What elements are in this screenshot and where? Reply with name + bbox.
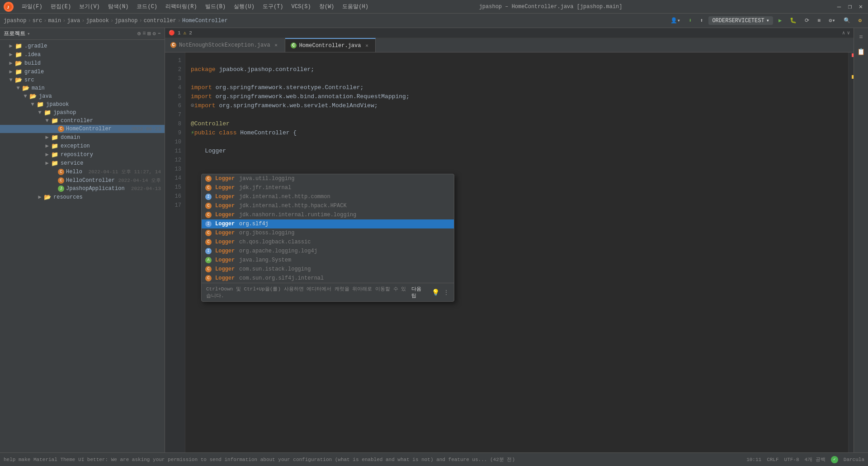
- tree-item-repository[interactable]: ▶ 📁 repository: [0, 150, 165, 159]
- lightbulb-icon[interactable]: 💡: [432, 289, 439, 296]
- breadcrumb-main[interactable]: main: [48, 18, 61, 24]
- menu-view[interactable]: 보기(V): [75, 2, 104, 11]
- tree-item-domain[interactable]: ▶ 📁 domain: [0, 133, 165, 142]
- ac-footer-action[interactable]: 다음 팁: [411, 285, 428, 299]
- search-everywhere-button[interactable]: 🔍: [841, 16, 853, 25]
- ac-item-11[interactable]: C Logger com.sun.org.slf4j.internal: [202, 274, 454, 283]
- folder-icon-gradle: 📁: [14, 43, 23, 49]
- tree-item-hello[interactable]: C Hello 2022-04-11 오후 11:27, 14: [0, 167, 165, 176]
- git-push-button[interactable]: ⬆: [697, 16, 706, 25]
- breadcrumb-jpabook[interactable]: jpabook: [86, 18, 108, 24]
- ac-item-5[interactable]: I Logger org.slf4j: [202, 219, 454, 228]
- tree-item-jpashopapplication[interactable]: J JpashopApplication 2022-04-13: [0, 185, 165, 193]
- run-button[interactable]: ▶: [776, 16, 784, 25]
- run-config-selector[interactable]: ORDERSERVICETEST ▾: [708, 16, 773, 25]
- ac-item-4[interactable]: C Logger jdk.nashorn.internal.runtime.lo…: [202, 210, 454, 219]
- statusbar-charset[interactable]: UTF-8: [784, 457, 799, 462]
- sidebar-collapse-icon[interactable]: ≡: [142, 30, 146, 37]
- statusbar-crlf[interactable]: CRLF: [767, 457, 778, 462]
- breadcrumb-controller[interactable]: controller: [144, 18, 176, 24]
- ac-item-8[interactable]: I Logger org.apache.logging.log4j: [202, 247, 454, 256]
- sidebar-settings-icon[interactable]: ⚙: [153, 30, 156, 37]
- statusbar-message[interactable]: help make Material Theme UI better: We a…: [4, 456, 739, 463]
- breadcrumb-jpashop[interactable]: jpashop: [4, 18, 26, 24]
- stop-button[interactable]: ■: [815, 17, 823, 25]
- menu-code[interactable]: 코드(C): [133, 2, 161, 11]
- tree-item-main[interactable]: ▼ 📂 main: [0, 84, 165, 92]
- close-button[interactable]: ✕: [857, 3, 864, 10]
- tab-icon-homecontroller: C: [291, 43, 297, 48]
- ac-item-10[interactable]: C Logger com.sun.istack.logging: [202, 265, 454, 274]
- tree-item-hellocontroller[interactable]: C HelloController 2022-04-14 오후: [0, 176, 165, 185]
- breadcrumb-java[interactable]: java: [67, 18, 80, 24]
- run-with-coverage-button[interactable]: ⟳: [802, 16, 812, 25]
- tree-item-java[interactable]: ▼ 📂 java: [0, 92, 165, 100]
- ac-item-2[interactable]: I Logger jdk.internal.net.http.common: [202, 192, 454, 201]
- tab-close-homecontroller[interactable]: ✕: [363, 43, 370, 49]
- sidebar-tree: ▶ 📁 .gradle ▶ 📁 .idea ▶ 📂 build ▶: [0, 40, 165, 452]
- tree-item-jpabook[interactable]: ▼ 📁 jpabook: [0, 100, 165, 109]
- sidebar-hide-icon[interactable]: –: [158, 30, 161, 37]
- ac-item-1[interactable]: C Logger jdk.jfr.internal: [202, 183, 454, 192]
- file-badge-jpashopapplication: J: [58, 185, 64, 192]
- tree-item-build[interactable]: ▶ 📂 build: [0, 59, 165, 67]
- sidebar-scope-icon[interactable]: ⊙: [137, 30, 141, 37]
- ac-item-9[interactable]: A Logger java.lang.System: [202, 256, 454, 265]
- ac-item-0[interactable]: C Logger java.util.logging: [202, 174, 454, 183]
- user-icon[interactable]: 👤▾: [668, 16, 683, 25]
- menu-edit[interactable]: 편집(E): [47, 2, 75, 11]
- tree-item-homecontroller[interactable]: C HomeController 2022-06-23: [0, 125, 165, 133]
- tab-notenoughstockexception[interactable]: C NotEnoughStockException.java ✕: [165, 38, 285, 52]
- folder-icon-gradle2: 📁: [14, 69, 23, 75]
- menu-run[interactable]: 실행(U): [230, 2, 258, 11]
- tree-arrow-repository: ▶: [43, 151, 51, 158]
- ac-badge-2: I: [205, 194, 212, 200]
- tree-item-gradle[interactable]: ▶ 📁 .gradle: [0, 42, 165, 50]
- settings-button[interactable]: ⚙: [856, 16, 864, 25]
- tree-item-gradle2[interactable]: ▶ 📁 gradle: [0, 67, 165, 76]
- ac-item-3[interactable]: C Logger jdk.internal.net.http.hpack.HPA…: [202, 201, 454, 210]
- tab-close-exception[interactable]: ✕: [273, 42, 279, 48]
- tree-item-src[interactable]: ▼ 📂 src: [0, 76, 165, 84]
- menu-file[interactable]: 파일(F): [18, 2, 46, 11]
- menu-tools[interactable]: 도구(T): [259, 2, 287, 11]
- folder-icon-controller: 📁: [51, 118, 59, 124]
- minimize-button[interactable]: —: [835, 3, 843, 10]
- statusbar-indent[interactable]: 4개 공백: [805, 456, 826, 463]
- tree-item-controller[interactable]: ▼ 📁 controller: [0, 117, 165, 125]
- autocomplete-dropdown[interactable]: C Logger java.util.logging C Logger jdk.…: [201, 174, 454, 302]
- build-dropdown-button[interactable]: ⚙▾: [826, 16, 838, 25]
- ac-item-7[interactable]: C Logger ch.qos.logback.classic: [202, 238, 454, 247]
- tree-item-exception[interactable]: ▶ 📁 exception: [0, 142, 165, 150]
- menu-window[interactable]: 창(W): [316, 2, 338, 11]
- ac-item-6[interactable]: C Logger org.jboss.logging: [202, 228, 454, 238]
- ac-badge-0: C: [205, 176, 212, 182]
- tree-item-resources[interactable]: ▶ 📂 resources: [0, 193, 165, 201]
- debug-button[interactable]: 🐛: [787, 16, 799, 25]
- right-panel-btn-2[interactable]: 📋: [856, 46, 867, 57]
- menu-vcs[interactable]: VCS(S): [288, 3, 314, 11]
- breadcrumb-jpashop2[interactable]: jpashop: [115, 18, 137, 24]
- ac-typename-5: Logger: [215, 221, 236, 227]
- tab-homecontroller[interactable]: C HomeController.java ✕: [285, 38, 376, 52]
- code-editor[interactable]: 1 2 3 4 5 6 7 8 9 10 11 12 13 14 15 16 1…: [165, 52, 854, 452]
- git-fetch-button[interactable]: ⬇: [686, 16, 694, 25]
- sidebar-expand-icon[interactable]: ⊞: [147, 30, 151, 37]
- tree-arrow-idea: ▶: [7, 51, 14, 58]
- menu-refactor[interactable]: 리팩터링(R): [162, 2, 201, 11]
- prev-error-button[interactable]: ∧: [842, 30, 845, 36]
- window-title: jpashop – HomeController.java [jpashop.m…: [479, 4, 623, 10]
- tree-item-idea[interactable]: ▶ 📁 .idea: [0, 50, 165, 59]
- menu-navigate[interactable]: 탐색(N): [104, 2, 132, 11]
- maximize-button[interactable]: ❐: [846, 3, 854, 10]
- tree-item-jpashop[interactable]: ▼ 📁 jpashop: [0, 109, 165, 117]
- statusbar-theme: Darcula: [844, 457, 864, 462]
- tree-item-service[interactable]: ▶ 📁 service: [0, 159, 165, 167]
- menu-build[interactable]: 빌드(B): [202, 2, 230, 11]
- breadcrumb-homecontroller[interactable]: HomeController: [182, 18, 228, 24]
- next-error-button[interactable]: ∨: [847, 30, 850, 36]
- breadcrumb-src[interactable]: src: [33, 18, 42, 24]
- menu-help[interactable]: 도움말(H): [339, 2, 372, 11]
- ac-more-icon[interactable]: ⋮: [443, 289, 449, 296]
- right-panel-btn-1[interactable]: ≡: [856, 32, 867, 43]
